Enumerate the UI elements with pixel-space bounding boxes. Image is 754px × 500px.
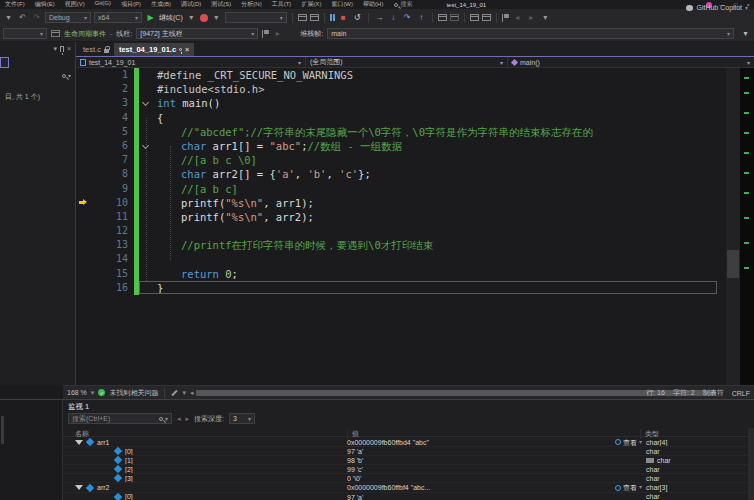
breakpoint-gutter[interactable] <box>76 210 100 224</box>
menu-item[interactable]: 扩展(X) <box>296 0 326 9</box>
menu-item[interactable]: 工具(T) <box>267 0 297 9</box>
process-combo[interactable]: ▾ <box>3 28 47 39</box>
search-prev-icon[interactable]: ◂ <box>177 415 181 423</box>
watch-scrollbar[interactable] <box>748 428 754 500</box>
stop-debugging-icon[interactable]: ■ <box>338 12 349 23</box>
code-line[interactable]: 9//[a b c] <box>76 182 754 196</box>
watch-row[interactable]: arr10x0000009fb60ffbd4 "abc"查看▾char[4] <box>63 438 754 447</box>
panel-search-input[interactable] <box>0 57 9 68</box>
panel-menu-icon[interactable]: ▾ <box>53 45 57 53</box>
expander-icon[interactable] <box>75 440 83 445</box>
breakpoint-gutter[interactable] <box>76 167 100 181</box>
breakpoint-gutter[interactable] <box>76 224 100 238</box>
watch-tab[interactable]: 监视 1 <box>68 402 89 412</box>
navigate-forward-icon[interactable] <box>450 14 459 21</box>
code-line[interactable]: 8char arr2[] = {'a', 'b', 'c'}; <box>76 167 754 181</box>
edit-mode-icon[interactable] <box>172 389 178 395</box>
breakpoint-gutter[interactable] <box>76 153 100 167</box>
diagnostic-tools-icon[interactable] <box>298 14 307 21</box>
github-copilot-badge[interactable]: GitHub Copilot ▾ <box>686 4 748 11</box>
tab-test-04-19-01-c[interactable]: test_04_19_01.c × <box>114 43 194 56</box>
code-editor[interactable]: 1#define _CRT_SECURE_NO_WARNINGS2#includ… <box>76 68 754 385</box>
prev-bookmark-icon[interactable]: ◂ <box>512 12 523 23</box>
zoom-level[interactable]: 168 % <box>67 389 87 396</box>
bookmark-icon[interactable] <box>502 14 509 22</box>
continue-dropdown-icon[interactable]: ▾ <box>186 12 197 23</box>
breakpoint-gutter[interactable] <box>76 139 100 153</box>
output-window-icon[interactable] <box>470 14 479 21</box>
search-depth-combo[interactable]: 3 ▾ <box>229 413 255 424</box>
watch-row[interactable]: [3]0 '\0'char <box>63 474 754 483</box>
variable-value[interactable]: 98 'b' <box>347 456 547 464</box>
menu-item[interactable]: 分析(N) <box>236 0 266 9</box>
variable-value[interactable]: 0x0000009fb60ffbd4 "abc" <box>347 438 547 446</box>
watch-row[interactable]: [0]97 'a'char <box>63 447 754 456</box>
stack-frame-combo[interactable]: main▾ <box>327 28 734 39</box>
thread-nav-icon[interactable]: ▸ <box>273 28 282 39</box>
thread-combo[interactable]: [9472] 主线程▾ <box>136 28 258 39</box>
restart-icon[interactable]: ↺ <box>352 12 363 23</box>
view-button[interactable]: 查看 <box>623 483 637 492</box>
watch-row[interactable]: [0]97 'a'char <box>63 493 754 500</box>
code-line[interactable]: 10printf("%s\n", arr1); <box>76 196 754 210</box>
breakpoint-gutter[interactable] <box>76 82 100 96</box>
edit-mode-dropdown-icon[interactable]: ▾ <box>182 389 186 397</box>
code-line[interactable]: 5//"abcdef";//字符串的末尾隐藏一个\0字符，\0字符是作为字符串的… <box>76 125 754 139</box>
breakpoint-gutter[interactable] <box>76 182 100 196</box>
code-line[interactable]: 2#include<stdio.h> <box>76 82 754 96</box>
member-combo[interactable]: main() ▾ <box>508 57 754 67</box>
immediate-window-icon[interactable] <box>482 14 491 21</box>
variable-value[interactable]: 0x0000009fb60ffbf4 "abc... <box>347 483 547 491</box>
code-line[interactable]: 3int main() <box>76 96 754 110</box>
collapsed-scrollbar[interactable] <box>1 416 4 444</box>
close-tab-icon[interactable]: × <box>185 46 189 53</box>
code-line[interactable]: 12 <box>76 224 754 238</box>
breakpoint-gutter[interactable] <box>76 267 100 281</box>
breakpoint-gutter[interactable] <box>76 196 100 210</box>
breakpoint-gutter[interactable] <box>76 281 100 295</box>
break-all-icon[interactable] <box>330 14 335 21</box>
step-into-icon[interactable]: ↓ <box>388 12 399 23</box>
breakpoint-gutter[interactable] <box>76 238 100 252</box>
undo-icon[interactable]: ↶ <box>17 12 28 23</box>
zoom-dropdown-icon[interactable]: ▾ <box>91 389 95 397</box>
code-line[interactable]: 7//[a b c \0] <box>76 153 754 167</box>
code-line[interactable]: 11printf("%s\n", arr2); <box>76 210 754 224</box>
menu-item[interactable]: 视图(V) <box>60 0 90 9</box>
redo-icon[interactable]: ↷ <box>31 12 42 23</box>
menu-item[interactable]: 生成(B) <box>146 0 176 9</box>
code-line[interactable]: 1#define _CRT_SECURE_NO_WARNINGS <box>76 68 754 82</box>
fold-chevron-icon[interactable] <box>142 99 149 106</box>
horizontal-scrollbar-thumb[interactable] <box>196 390 716 396</box>
hot-reload-dropdown-icon[interactable]: ▾ <box>211 12 222 23</box>
variable-value[interactable]: 97 'a' <box>347 493 547 500</box>
breakpoint-gutter[interactable] <box>76 125 100 139</box>
menu-item[interactable]: 测试(S) <box>206 0 236 9</box>
scrollbar-thumb[interactable] <box>727 250 739 278</box>
scope-combo[interactable]: (全局范围) ▾ <box>306 57 508 67</box>
bookmark-dropdown-icon[interactable]: ▾ <box>540 12 551 23</box>
breakpoint-gutter[interactable] <box>76 111 100 125</box>
editor-vertical-scrollbar[interactable] <box>726 68 740 385</box>
step-over-icon[interactable]: ↷ <box>402 12 413 23</box>
toolbar-overflow-icon[interactable]: ▾ <box>3 12 14 23</box>
search-next-icon[interactable]: ▸ <box>186 415 190 423</box>
hot-reload-icon[interactable] <box>200 14 208 22</box>
menu-item[interactable]: Git(G) <box>90 0 116 9</box>
breakpoint-gutter[interactable] <box>76 68 100 82</box>
flag-threads-icon[interactable] <box>262 30 269 38</box>
code-line[interactable]: 15return 0; <box>76 267 754 281</box>
toolbar2-overflow-icon[interactable]: ▾ <box>740 28 751 39</box>
variable-value[interactable]: 0 '\0' <box>347 474 547 482</box>
pin-tab-icon[interactable] <box>179 48 182 51</box>
code-line[interactable]: 4{ <box>76 111 754 125</box>
expander-icon[interactable] <box>75 485 83 490</box>
panel-close-icon[interactable]: × <box>67 45 71 52</box>
code-line[interactable]: 6char arr1[] = "abc";//数组 - 一组数据 <box>76 139 754 153</box>
menu-item[interactable]: 窗口(W) <box>326 0 358 9</box>
titlebar-search[interactable]: 搜索 <box>394 0 412 9</box>
code-line[interactable]: 14 <box>76 252 754 266</box>
panel-search-controls[interactable]: ▾ <box>62 72 71 79</box>
variable-value[interactable]: 99 'c' <box>347 465 547 473</box>
code-line[interactable]: 13//printf在打印字符串的时候，要遇到\0才打印结束 <box>76 238 754 252</box>
